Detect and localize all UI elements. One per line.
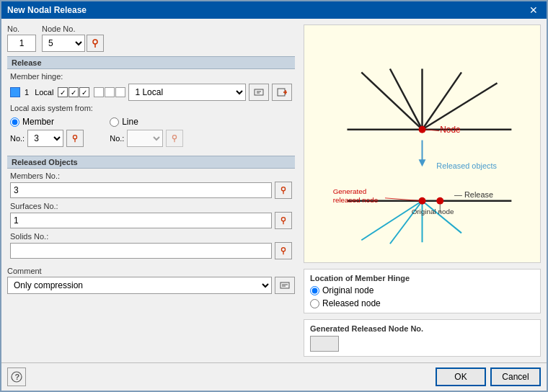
title-bar: New Nodal Release ✕ — [1, 1, 547, 19]
no-label: No. — [7, 24, 19, 33]
member-no-select[interactable]: 3 — [27, 130, 63, 147]
members-input-row — [10, 182, 292, 199]
original-node-radio[interactable] — [310, 286, 319, 295]
solids-input[interactable] — [10, 243, 272, 259]
solids-field: Solids No.: — [10, 232, 292, 259]
svg-line-25 — [423, 83, 498, 129]
generated-node-input[interactable] — [310, 336, 339, 352]
svg-point-14 — [281, 218, 285, 221]
svg-rect-18 — [280, 282, 289, 288]
node-no-field-group: Node No. 5 — [42, 24, 104, 52]
released-objects-section: Released Objects Members No.: Surfaces N… — [7, 156, 295, 262]
released-objects-header: Released Objects — [7, 156, 295, 169]
close-button[interactable]: ✕ — [526, 4, 541, 16]
members-label: Members No.: — [10, 172, 292, 180]
line-radio[interactable] — [110, 117, 119, 127]
member-hinge-label: Member hinge: — [10, 72, 292, 81]
svg-text:— Release: — Release — [454, 190, 493, 199]
svg-point-12 — [281, 187, 285, 191]
dialog-footer: ? OK Cancel — [1, 362, 547, 391]
help-button[interactable]: ? — [7, 368, 26, 386]
comment-section: Comment Only compression — [7, 267, 295, 294]
ok-button[interactable]: OK — [436, 368, 486, 386]
line-no-select[interactable] — [127, 130, 163, 147]
new-nodal-release-dialog: New Nodal Release ✕ No. 1 Node No. 5 — [0, 0, 548, 392]
svg-line-24 — [423, 72, 462, 129]
member-no-row: No.: 3 — [10, 130, 84, 147]
member-radio[interactable] — [10, 117, 19, 127]
node-no-pick-button[interactable] — [87, 35, 104, 52]
footer-right: OK Cancel — [436, 368, 541, 386]
hinge-dropdown[interactable]: 1 Local — [128, 84, 246, 101]
line-radio-label: Line — [122, 117, 138, 127]
node-no-label: Node No. — [42, 24, 75, 33]
left-panel: No. 1 Node No. 5 Rel — [1, 19, 301, 362]
released-node-radio[interactable] — [310, 299, 319, 308]
right-panel: Node Released objects — [301, 19, 547, 362]
hinge-add-button[interactable] — [272, 84, 292, 101]
comment-edit-button[interactable] — [275, 277, 295, 294]
members-input[interactable] — [10, 182, 272, 198]
footer-left: ? — [7, 368, 26, 386]
generated-title: Generated Released Node No. — [310, 324, 534, 333]
surfaces-input[interactable] — [10, 213, 272, 228]
location-section: Location of Member Hinge Original node R… — [304, 269, 541, 313]
location-title: Location of Member Hinge — [310, 274, 534, 282]
top-row: No. 1 Node No. 5 — [7, 24, 295, 52]
svg-point-16 — [281, 248, 285, 251]
svg-text:Original node: Original node — [412, 208, 454, 215]
hinge-checkboxes: ✓ ✓ ✓ — [58, 87, 125, 97]
svg-line-21 — [361, 72, 422, 129]
svg-text:Released objects: Released objects — [436, 161, 497, 170]
released-node-radio-group: Released node — [310, 298, 534, 308]
hinge-color-box — [10, 87, 20, 97]
hinge-check-3: ✓ — [79, 87, 89, 97]
diagram-svg: Node Released objects — [304, 25, 540, 262]
line-no-pick-button[interactable] — [166, 130, 183, 147]
svg-text:Generated: Generated — [333, 187, 367, 195]
diagram-area: Node Released objects — [304, 24, 541, 263]
comment-input-row: Only compression — [7, 277, 295, 294]
svg-point-0 — [93, 40, 97, 44]
no-value: 1 — [7, 35, 36, 52]
release-section: Release Member hinge: 1 Local ✓ ✓ ✓ — [7, 56, 295, 151]
comment-select[interactable]: Only compression — [7, 277, 272, 294]
no-field-group: No. 1 — [7, 24, 36, 52]
hinge-check-5 — [105, 87, 115, 97]
released-objects-body: Members No.: Surfaces No.: — [7, 169, 295, 262]
svg-text:released node: released node — [333, 196, 379, 204]
svg-point-10 — [173, 135, 177, 139]
hinge-check-1: ✓ — [58, 87, 68, 97]
solids-label: Solids No.: — [10, 232, 292, 241]
dialog-title: New Nodal Release — [7, 5, 87, 15]
hinge-check-2: ✓ — [68, 87, 79, 97]
generated-section: Generated Released Node No. — [304, 319, 541, 357]
released-node-label: Released node — [322, 298, 381, 308]
release-body: Member hinge: 1 Local ✓ ✓ ✓ — [7, 69, 295, 151]
node-no-select[interactable]: 5 — [42, 35, 85, 52]
hinge-edit-button[interactable] — [249, 84, 269, 101]
members-pick-button[interactable] — [275, 182, 292, 199]
release-header: Release — [7, 56, 295, 69]
local-axis-label: Local axis system from: — [10, 104, 292, 112]
svg-line-22 — [390, 68, 423, 129]
members-field: Members No.: — [10, 172, 292, 199]
svg-point-39 — [436, 197, 443, 205]
svg-marker-29 — [419, 159, 426, 166]
svg-text:?: ? — [15, 373, 20, 381]
hinge-check-4 — [94, 87, 104, 97]
solids-input-row — [10, 242, 292, 259]
member-radio-label: Member — [22, 117, 54, 127]
member-radio-group: Member — [10, 117, 84, 127]
solids-pick-button[interactable] — [275, 242, 292, 259]
surfaces-pick-button[interactable] — [275, 212, 292, 229]
hinge-number: 1 — [23, 88, 30, 97]
original-node-label: Original node — [322, 285, 374, 295]
svg-point-27 — [419, 126, 426, 133]
surfaces-input-row — [10, 212, 292, 229]
member-no-pick-button[interactable] — [66, 130, 84, 147]
cancel-button[interactable]: Cancel — [490, 368, 541, 386]
help-icon: ? — [11, 371, 22, 383]
member-no-label: No.: — [10, 134, 25, 143]
surfaces-label: Surfaces No.: — [10, 202, 292, 210]
